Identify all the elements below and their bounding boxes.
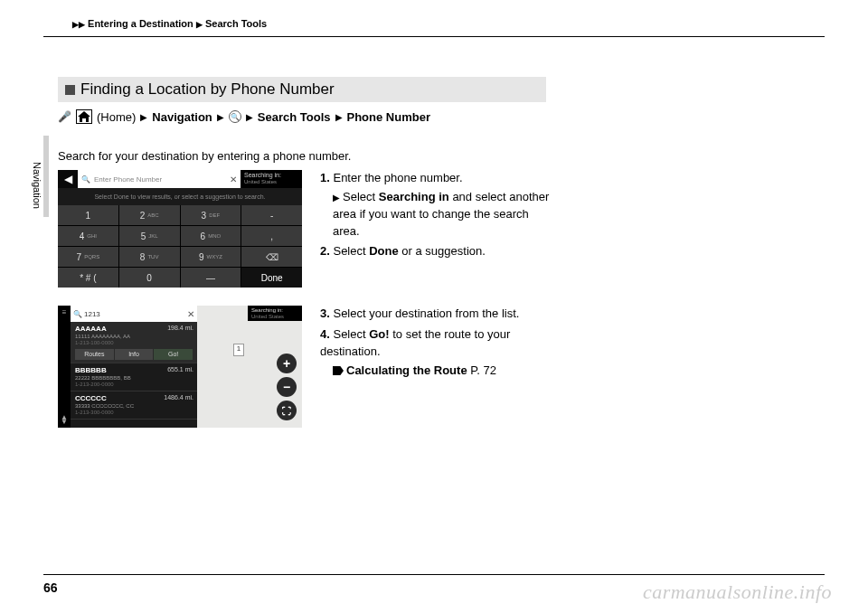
- keypad-key[interactable]: 1: [58, 205, 118, 225]
- intro-text: Search for your destination by entering …: [58, 149, 814, 163]
- keypad-key[interactable]: 5JKL: [119, 226, 180, 246]
- searching-in-value: United States: [244, 179, 298, 185]
- go-button[interactable]: Go!: [154, 349, 193, 360]
- searching-in-button[interactable]: Searching in: United States: [241, 170, 302, 188]
- header-crumb-2: Search Tools: [205, 18, 267, 29]
- keypad-key[interactable]: 0: [119, 268, 180, 288]
- steps-block-1: 1. Enter the phone number. ▶Select Searc…: [320, 170, 555, 264]
- section-title: Finding a Location by Phone Number: [58, 77, 546, 102]
- routes-button[interactable]: Routes: [75, 349, 114, 360]
- result-item[interactable]: BBBBBB22222 BBBBBBBB, BB1-213-200-000065…: [71, 363, 197, 391]
- keypad-key[interactable]: Done: [241, 268, 302, 288]
- keypad-key[interactable]: ⌫: [241, 247, 302, 267]
- keypad-key[interactable]: 6MNO: [181, 226, 241, 246]
- page-number: 66: [43, 580, 58, 595]
- search-icon: 🔍: [73, 310, 82, 318]
- result-item[interactable]: CCCCCC33333 CCCCCCCC, CC1-213-300-000014…: [71, 391, 197, 420]
- search-icon: 🔍: [229, 110, 241, 123]
- expand-button[interactable]: ⛶: [277, 401, 297, 420]
- result-list: AAAAAA11111 AAAAAAAA, AA1-213-100-000019…: [71, 322, 197, 428]
- crumb-tools: Search Tools: [258, 110, 331, 124]
- keypad-key[interactable]: 8TUV: [119, 247, 180, 267]
- section-title-text: Finding a Location by Phone Number: [80, 80, 335, 99]
- keypad-key[interactable]: 7PQRS: [58, 247, 118, 267]
- side-tab-label: Navigation: [30, 149, 44, 222]
- main-content: Finding a Location by Phone Number 🎤 (Ho…: [58, 77, 814, 428]
- header-divider: [43, 36, 825, 37]
- keypad-hint: Select Done to view results, or select a…: [58, 188, 302, 205]
- crumb-phone: Phone Number: [347, 110, 430, 124]
- up-down-icon[interactable]: ▲▼: [61, 415, 68, 425]
- home-icon: [76, 109, 92, 124]
- crumb-nav: Navigation: [152, 110, 212, 124]
- clear-icon[interactable]: ✕: [230, 174, 237, 184]
- keypad-key[interactable]: ,: [241, 226, 302, 246]
- triangle-icon: ▶: [335, 112, 343, 122]
- triangle-icon: ▶: [72, 20, 79, 29]
- menu-icon[interactable]: ≡: [62, 308, 67, 316]
- triangle-icon: ▶: [333, 193, 340, 203]
- search-icon: 🔍: [81, 175, 90, 184]
- triangle-icon: ▶: [196, 20, 203, 29]
- square-bullet-icon: [65, 85, 75, 95]
- zoom-out-button[interactable]: −: [277, 377, 297, 397]
- step-3: 3. Select your destination from the list…: [320, 306, 555, 323]
- result-item[interactable]: AAAAAA11111 AAAAAAAA, AA1-213-100-000019…: [71, 322, 197, 363]
- result-query: 1213: [84, 310, 100, 318]
- clear-icon[interactable]: ✕: [187, 309, 194, 319]
- triangle-icon: ▶: [140, 112, 147, 122]
- searching-in-button[interactable]: Searching in: United States: [248, 306, 302, 321]
- home-label: (Home): [97, 110, 136, 124]
- keypad-key[interactable]: -: [241, 205, 302, 225]
- mic-icon: 🎤: [58, 110, 71, 123]
- scroll-arrows[interactable]: ≡ ▲▼: [58, 306, 71, 428]
- result-query-field[interactable]: 🔍 1213 ✕: [71, 306, 197, 322]
- keypad-screenshot: ◀ 🔍 Enter Phone Number ✕ Searching in: U…: [58, 170, 302, 288]
- back-button[interactable]: ◀: [58, 170, 78, 188]
- keypad-key[interactable]: 3DEF: [181, 205, 241, 225]
- results-screenshot: ≡ ▲▼ 🔍 1213 ✕ AAAAAA11111 AAAAAAAA, AA1-…: [58, 306, 302, 428]
- steps-block-2: 3. Select your destination from the list…: [320, 306, 555, 382]
- keypad-key[interactable]: * # (: [58, 268, 118, 288]
- keypad-key[interactable]: 2ABC: [119, 205, 180, 225]
- keypad-key[interactable]: —: [181, 268, 241, 288]
- zoom-in-button[interactable]: +: [277, 354, 297, 373]
- watermark: carmanualsonline.info: [643, 580, 832, 604]
- footer-divider: [43, 574, 825, 575]
- phone-input[interactable]: 🔍 Enter Phone Number ✕: [78, 170, 241, 188]
- keypad-key[interactable]: 4GHI: [58, 226, 118, 246]
- page-header: ▶▶ Entering a Destination ▶ Search Tools: [72, 18, 814, 29]
- info-button[interactable]: Info: [115, 349, 154, 360]
- map-area[interactable]: Searching in: United States 1 + − ⛶: [197, 306, 302, 428]
- step-1-text: Enter the phone number.: [333, 171, 462, 184]
- keypad-key[interactable]: 9WXYZ: [181, 247, 241, 267]
- keypad-grid: 12ABC3DEF-4GHI5JKL6MNO,7PQRS8TUV9WXYZ⌫* …: [58, 205, 302, 288]
- header-crumb-1: Entering a Destination: [88, 18, 193, 29]
- map-pin[interactable]: 1: [233, 344, 244, 356]
- step-1: 1. Enter the phone number. ▶Select Searc…: [320, 170, 555, 240]
- step-4: 4. Select Go! to set the route to your d…: [320, 326, 555, 380]
- triangle-icon: ▶: [79, 20, 85, 29]
- reference-arrow-icon: [333, 366, 344, 375]
- phone-placeholder: Enter Phone Number: [94, 175, 162, 184]
- step-2: 2. Select Done or a suggestion.: [320, 243, 555, 260]
- triangle-icon: ▶: [246, 112, 253, 122]
- triangle-icon: ▶: [217, 112, 224, 122]
- searching-in-label: Searching in:: [244, 172, 298, 179]
- nav-breadcrumb: 🎤 (Home) ▶ Navigation ▶ 🔍 ▶ Search Tools…: [58, 109, 814, 124]
